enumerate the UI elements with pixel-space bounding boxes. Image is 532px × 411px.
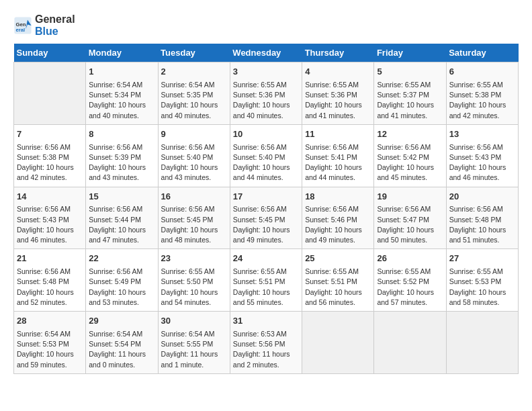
day-number: 30	[161, 315, 227, 328]
logo-line1: General	[35, 13, 75, 26]
calendar-cell: 4Sunrise: 6:55 AM Sunset: 5:36 PM Daylig…	[302, 62, 374, 125]
cell-content: Sunrise: 6:53 AM Sunset: 5:56 PM Dayligh…	[233, 329, 299, 370]
calendar-cell: 3Sunrise: 6:55 AM Sunset: 5:36 PM Daylig…	[230, 62, 302, 125]
cell-content: Sunrise: 6:56 AM Sunset: 5:47 PM Dayligh…	[377, 204, 443, 245]
day-number: 31	[233, 315, 299, 328]
calendar-week-2: 7Sunrise: 6:56 AM Sunset: 5:38 PM Daylig…	[14, 124, 519, 187]
calendar-cell: 1Sunrise: 6:54 AM Sunset: 5:34 PM Daylig…	[86, 62, 158, 125]
day-number: 17	[233, 191, 299, 203]
cell-content: Sunrise: 6:56 AM Sunset: 5:38 PM Dayligh…	[17, 142, 83, 183]
cell-content: Sunrise: 6:55 AM Sunset: 5:51 PM Dayligh…	[305, 267, 371, 308]
day-number: 11	[305, 128, 371, 141]
header-monday: Monday	[86, 44, 158, 62]
calendar-cell: 19Sunrise: 6:56 AM Sunset: 5:47 PM Dayli…	[374, 187, 446, 249]
calendar-header-row: SundayMondayTuesdayWednesdayThursdayFrid…	[14, 44, 519, 62]
day-number: 7	[17, 128, 83, 141]
cell-content: Sunrise: 6:56 AM Sunset: 5:46 PM Dayligh…	[305, 204, 371, 245]
cell-content: Sunrise: 6:55 AM Sunset: 5:36 PM Dayligh…	[233, 80, 299, 121]
day-number: 21	[17, 253, 83, 265]
day-number: 4	[305, 66, 371, 79]
calendar-cell: 22Sunrise: 6:56 AM Sunset: 5:49 PM Dayli…	[86, 249, 158, 312]
day-number: 18	[305, 191, 371, 203]
calendar-cell: 18Sunrise: 6:56 AM Sunset: 5:46 PM Dayli…	[302, 187, 374, 249]
day-number: 9	[161, 128, 227, 141]
header-friday: Friday	[374, 44, 446, 62]
calendar-cell: 28Sunrise: 6:54 AM Sunset: 5:53 PM Dayli…	[14, 312, 86, 374]
calendar-cell: 6Sunrise: 6:55 AM Sunset: 5:38 PM Daylig…	[446, 62, 518, 125]
header-tuesday: Tuesday	[158, 44, 230, 62]
day-number: 14	[17, 191, 83, 203]
cell-content: Sunrise: 6:56 AM Sunset: 5:40 PM Dayligh…	[233, 142, 299, 183]
cell-content: Sunrise: 6:55 AM Sunset: 5:38 PM Dayligh…	[449, 80, 515, 121]
cell-content: Sunrise: 6:55 AM Sunset: 5:36 PM Dayligh…	[305, 80, 371, 121]
header-saturday: Saturday	[446, 44, 518, 62]
calendar-cell: 2Sunrise: 6:54 AM Sunset: 5:35 PM Daylig…	[158, 62, 230, 125]
day-number: 10	[233, 128, 299, 141]
cell-content: Sunrise: 6:56 AM Sunset: 5:44 PM Dayligh…	[89, 204, 154, 245]
page-header: Gen eral General Blue	[13, 13, 519, 37]
cell-content: Sunrise: 6:56 AM Sunset: 5:48 PM Dayligh…	[17, 267, 83, 308]
calendar-cell: 29Sunrise: 6:54 AM Sunset: 5:54 PM Dayli…	[86, 312, 158, 374]
day-number: 19	[377, 191, 443, 203]
header-wednesday: Wednesday	[230, 44, 302, 62]
calendar-cell: 17Sunrise: 6:56 AM Sunset: 5:45 PM Dayli…	[230, 187, 302, 249]
logo-icon: Gen eral	[13, 16, 32, 35]
calendar-cell: 11Sunrise: 6:56 AM Sunset: 5:41 PM Dayli…	[302, 124, 374, 187]
cell-content: Sunrise: 6:56 AM Sunset: 5:40 PM Dayligh…	[161, 142, 227, 183]
cell-content: Sunrise: 6:56 AM Sunset: 5:49 PM Dayligh…	[89, 267, 154, 308]
header-thursday: Thursday	[302, 44, 374, 62]
calendar-cell: 9Sunrise: 6:56 AM Sunset: 5:40 PM Daylig…	[158, 124, 230, 187]
day-number: 23	[161, 253, 227, 265]
day-number: 28	[17, 315, 83, 328]
day-number: 5	[377, 66, 443, 79]
cell-content: Sunrise: 6:56 AM Sunset: 5:45 PM Dayligh…	[233, 204, 299, 245]
cell-content: Sunrise: 6:55 AM Sunset: 5:51 PM Dayligh…	[233, 267, 299, 308]
day-number: 26	[377, 253, 443, 265]
day-number: 13	[449, 128, 515, 141]
cell-content: Sunrise: 6:54 AM Sunset: 5:53 PM Dayligh…	[17, 329, 83, 370]
calendar-week-5: 28Sunrise: 6:54 AM Sunset: 5:53 PM Dayli…	[14, 312, 519, 374]
cell-content: Sunrise: 6:54 AM Sunset: 5:55 PM Dayligh…	[161, 329, 227, 370]
svg-text:eral: eral	[16, 27, 26, 33]
day-number: 22	[89, 253, 154, 265]
cell-content: Sunrise: 6:56 AM Sunset: 5:48 PM Dayligh…	[449, 204, 515, 245]
calendar-cell: 7Sunrise: 6:56 AM Sunset: 5:38 PM Daylig…	[14, 124, 86, 187]
calendar-cell: 24Sunrise: 6:55 AM Sunset: 5:51 PM Dayli…	[230, 249, 302, 312]
cell-content: Sunrise: 6:55 AM Sunset: 5:53 PM Dayligh…	[449, 267, 515, 308]
day-number: 12	[377, 128, 443, 141]
day-number: 3	[233, 66, 299, 79]
day-number: 27	[449, 253, 515, 265]
day-number: 20	[449, 191, 515, 203]
calendar-week-1: 1Sunrise: 6:54 AM Sunset: 5:34 PM Daylig…	[14, 62, 519, 125]
calendar-cell: 15Sunrise: 6:56 AM Sunset: 5:44 PM Dayli…	[86, 187, 158, 249]
day-number: 6	[449, 66, 515, 79]
day-number: 8	[89, 128, 154, 141]
day-number: 25	[305, 253, 371, 265]
calendar-cell: 26Sunrise: 6:55 AM Sunset: 5:52 PM Dayli…	[374, 249, 446, 312]
calendar-cell	[302, 312, 374, 374]
calendar-cell	[446, 312, 518, 374]
calendar-cell: 12Sunrise: 6:56 AM Sunset: 5:42 PM Dayli…	[374, 124, 446, 187]
calendar-cell: 10Sunrise: 6:56 AM Sunset: 5:40 PM Dayli…	[230, 124, 302, 187]
calendar-cell: 20Sunrise: 6:56 AM Sunset: 5:48 PM Dayli…	[446, 187, 518, 249]
calendar-cell: 31Sunrise: 6:53 AM Sunset: 5:56 PM Dayli…	[230, 312, 302, 374]
cell-content: Sunrise: 6:56 AM Sunset: 5:43 PM Dayligh…	[17, 204, 83, 245]
cell-content: Sunrise: 6:56 AM Sunset: 5:43 PM Dayligh…	[449, 142, 515, 183]
calendar-cell: 8Sunrise: 6:56 AM Sunset: 5:39 PM Daylig…	[86, 124, 158, 187]
calendar-cell: 25Sunrise: 6:55 AM Sunset: 5:51 PM Dayli…	[302, 249, 374, 312]
cell-content: Sunrise: 6:56 AM Sunset: 5:41 PM Dayligh…	[305, 142, 371, 183]
day-number: 24	[233, 253, 299, 265]
calendar-cell: 16Sunrise: 6:56 AM Sunset: 5:45 PM Dayli…	[158, 187, 230, 249]
calendar-cell: 14Sunrise: 6:56 AM Sunset: 5:43 PM Dayli…	[14, 187, 86, 249]
cell-content: Sunrise: 6:54 AM Sunset: 5:54 PM Dayligh…	[89, 329, 154, 370]
header-sunday: Sunday	[14, 44, 86, 62]
calendar-cell: 5Sunrise: 6:55 AM Sunset: 5:37 PM Daylig…	[374, 62, 446, 125]
cell-content: Sunrise: 6:55 AM Sunset: 5:37 PM Dayligh…	[377, 80, 443, 121]
calendar-week-4: 21Sunrise: 6:56 AM Sunset: 5:48 PM Dayli…	[14, 249, 519, 312]
day-number: 29	[89, 315, 154, 328]
cell-content: Sunrise: 6:54 AM Sunset: 5:35 PM Dayligh…	[161, 80, 227, 121]
day-number: 1	[89, 66, 154, 79]
calendar-cell: 21Sunrise: 6:56 AM Sunset: 5:48 PM Dayli…	[14, 249, 86, 312]
cell-content: Sunrise: 6:55 AM Sunset: 5:50 PM Dayligh…	[161, 267, 227, 308]
calendar-cell: 30Sunrise: 6:54 AM Sunset: 5:55 PM Dayli…	[158, 312, 230, 374]
